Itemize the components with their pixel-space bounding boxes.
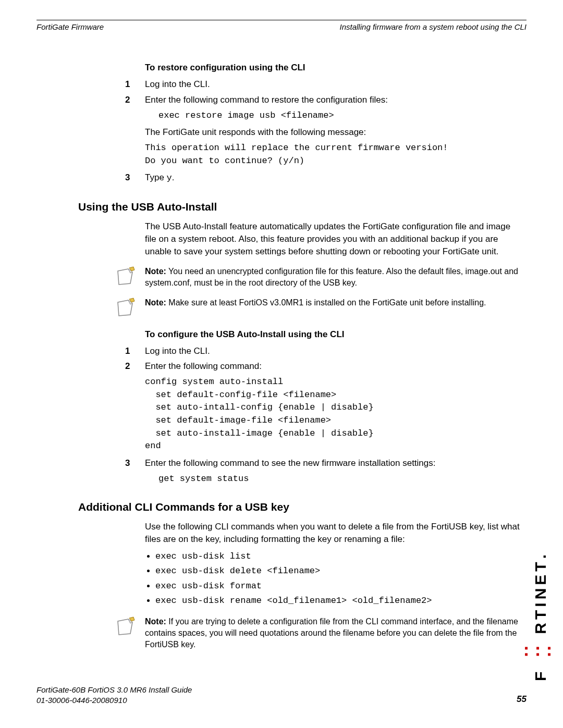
- procedure-steps-2: Log into the CLI. Enter the following co…: [78, 345, 521, 486]
- note-text: Note: If you are trying to delete a conf…: [145, 616, 521, 650]
- logo-mark-icon: ▪▪▪▪▪▪: [520, 645, 555, 658]
- step: Enter the following command to restore t…: [78, 94, 521, 168]
- content-area: To restore configuration using the CLI L…: [78, 63, 521, 650]
- running-heads: FortiGate Firmware Installing firmware f…: [36, 22, 527, 31]
- note-icon: [115, 297, 136, 318]
- list-item: exec usb-disk delete <filename>: [155, 564, 521, 578]
- command-list: exec usb-disk list exec usb-disk delete …: [145, 550, 521, 608]
- code-block: exec restore image usb <filename>: [158, 109, 521, 122]
- procedure-steps-1: Log into the CLI. Enter the following co…: [78, 78, 521, 185]
- note: Note: If you are trying to delete a conf…: [115, 616, 521, 650]
- note-body: Make sure at least FortiOS v3.0MR1 is in…: [166, 298, 486, 307]
- procedure-title: To configure the USB Auto-Install using …: [145, 329, 521, 340]
- note: Note: You need an unencrypted configurat…: [115, 266, 521, 288]
- note: Note: Make sure at least FortiOS v3.0MR1…: [115, 297, 521, 318]
- note-text: Note: Make sure at least FortiOS v3.0MR1…: [145, 297, 486, 309]
- step-text-a: Type: [145, 172, 167, 182]
- body-text: The USB Auto-Install feature automatical…: [145, 220, 521, 257]
- page-number: 55: [517, 694, 527, 705]
- code-block: config system auto-install set default-c…: [145, 376, 521, 453]
- section-heading: Using the USB Auto-Install: [78, 201, 521, 213]
- note-label: Note:: [145, 267, 166, 276]
- note-body: If you are trying to delete a configurat…: [145, 617, 518, 648]
- step: Log into the CLI.: [78, 78, 521, 91]
- footer: FortiGate-60B FortiOS 3.0 MR6 Install Gu…: [36, 685, 527, 705]
- header-left: FortiGate Firmware: [36, 22, 104, 31]
- step: Enter the following command: config syst…: [78, 360, 521, 453]
- footer-line-2: 01-30006-0446-20080910: [36, 696, 127, 705]
- note-icon: [115, 266, 136, 287]
- step-text: Log into the CLI.: [145, 346, 210, 356]
- step-text: Log into the CLI.: [145, 79, 210, 89]
- header-rule: [36, 20, 527, 20]
- note-label: Note:: [145, 617, 166, 626]
- step: Enter the following command to see the n…: [78, 457, 521, 485]
- step-text-code: y: [167, 173, 172, 183]
- note-icon: [115, 616, 136, 637]
- step-text: Enter the following command to see the n…: [145, 458, 436, 468]
- brand-logo: F▪▪▪▪▪▪RTINET.: [531, 554, 549, 681]
- procedure-title: To restore configuration using the CLI: [145, 63, 521, 73]
- body-text: The FortiGate unit responds with the fol…: [145, 126, 521, 139]
- page: FortiGate Firmware Installing firmware f…: [0, 0, 563, 728]
- note-body: You need an unencrypted configuration fi…: [145, 267, 518, 287]
- step-text: Enter the following command:: [145, 361, 262, 371]
- list-item: exec usb-disk format: [155, 579, 521, 593]
- footer-line-1: FortiGate-60B FortiOS 3.0 MR6 Install Gu…: [36, 685, 527, 694]
- step-text: Enter the following command to restore t…: [145, 95, 388, 105]
- list-item: exec usb-disk list: [155, 550, 521, 563]
- step-text-c: .: [172, 172, 175, 182]
- header-right: Installing firmware from a system reboot…: [340, 22, 527, 31]
- code-block: get system status: [158, 473, 521, 486]
- note-label: Note:: [145, 298, 166, 307]
- step: Log into the CLI.: [78, 345, 521, 357]
- body-text: Use the following CLI commands when you …: [145, 521, 521, 546]
- code-block: This operation will replace the current …: [145, 142, 521, 167]
- section-heading: Additional CLI Commands for a USB key: [78, 501, 521, 513]
- list-item: exec usb-disk rename <old_filename1> <ol…: [155, 594, 521, 608]
- brand-text: F▪▪▪▪▪▪RTINET.: [531, 554, 549, 681]
- note-text: Note: You need an unencrypted configurat…: [145, 266, 521, 288]
- step: Type y.: [78, 171, 521, 185]
